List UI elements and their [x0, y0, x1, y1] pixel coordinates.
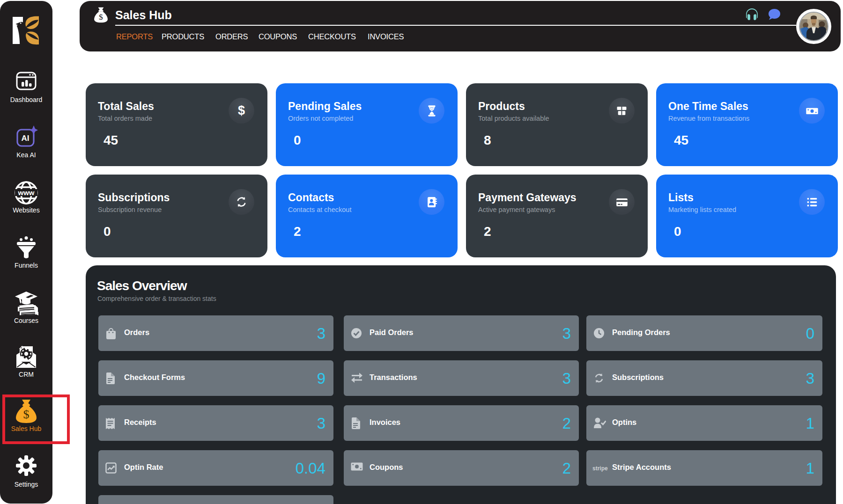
- svg-text:www: www: [17, 189, 34, 197]
- svg-text:AI: AI: [22, 134, 30, 143]
- svg-text:$: $: [99, 12, 103, 22]
